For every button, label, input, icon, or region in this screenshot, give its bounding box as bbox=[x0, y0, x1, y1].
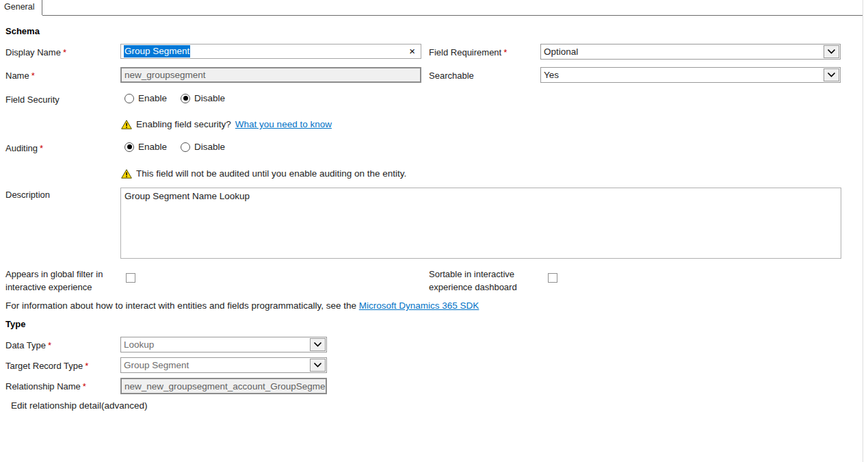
required-marker: * bbox=[503, 47, 507, 57]
searchable-label: Searchable bbox=[429, 70, 474, 81]
required-marker: * bbox=[85, 361, 88, 371]
target-record-type-label-text: Target Record Type bbox=[5, 361, 83, 371]
field-requirement-dropdown[interactable]: Optional bbox=[540, 44, 841, 60]
page-right-border bbox=[863, 0, 863, 462]
name-label: Name* bbox=[5, 70, 35, 81]
field-requirement-dropdown-button[interactable] bbox=[824, 45, 839, 58]
target-record-type-dropdown-button bbox=[310, 359, 326, 372]
relationship-name-label: Relationship Name* bbox=[5, 381, 86, 392]
warning-icon bbox=[121, 120, 132, 129]
target-record-type-value: Group Segment bbox=[124, 358, 189, 372]
auditing-disable-label: Disable bbox=[194, 142, 225, 152]
display-name-label-text: Display Name bbox=[5, 47, 61, 57]
field-security-radio-group: Enable Disable bbox=[124, 93, 235, 103]
data-type-label-text: Data Type bbox=[5, 340, 46, 350]
sdk-note: For information about how to interact wi… bbox=[5, 300, 479, 311]
sdk-note-text: For information about how to interact wi… bbox=[5, 300, 359, 311]
global-filter-checkbox[interactable] bbox=[126, 273, 135, 283]
field-security-warning-text: Enabling field security? bbox=[136, 119, 231, 129]
chevron-down-icon bbox=[313, 362, 322, 368]
display-name-label: Display Name* bbox=[5, 47, 66, 57]
sortable-checkbox[interactable] bbox=[548, 273, 557, 283]
field-security-warning-link[interactable]: What you need to know bbox=[235, 119, 332, 129]
edit-relationship-link[interactable]: Edit relationship detail(advanced) bbox=[11, 400, 148, 411]
field-security-warning: Enabling field security? What you need t… bbox=[121, 119, 332, 129]
field-properties-page: General Schema Display Name* Group Segme… bbox=[0, 0, 868, 462]
auditing-enable-radio[interactable] bbox=[124, 142, 134, 152]
field-security-enable-radio[interactable] bbox=[124, 94, 134, 103]
field-security-disable-label: Disable bbox=[194, 93, 225, 103]
name-label-text: Name bbox=[5, 70, 29, 81]
chevron-down-icon bbox=[827, 49, 836, 55]
display-name-input[interactable]: Group Segment × bbox=[120, 44, 421, 59]
data-type-dropdown-button bbox=[310, 338, 326, 351]
sortable-label: Sortable in interactive experience dashb… bbox=[429, 268, 528, 294]
relationship-name-label-text: Relationship Name bbox=[5, 381, 81, 392]
description-label: Description bbox=[5, 190, 50, 200]
searchable-value: Yes bbox=[544, 68, 559, 82]
auditing-warning-text: This field will not be audited until you… bbox=[136, 168, 406, 179]
required-marker: * bbox=[31, 70, 35, 81]
searchable-dropdown[interactable]: Yes bbox=[540, 67, 841, 83]
required-marker: * bbox=[48, 340, 51, 350]
field-security-disable-radio[interactable] bbox=[181, 94, 190, 103]
auditing-warning: This field will not be audited until you… bbox=[121, 168, 406, 179]
auditing-label: Auditing* bbox=[5, 143, 43, 153]
required-marker: * bbox=[40, 143, 43, 153]
field-security-enable-label: Enable bbox=[138, 93, 167, 103]
chevron-down-icon bbox=[313, 342, 322, 348]
auditing-disable-radio[interactable] bbox=[181, 142, 190, 152]
field-requirement-value: Optional bbox=[544, 44, 578, 59]
type-section-heading: Type bbox=[5, 319, 25, 329]
tab-general[interactable]: General bbox=[0, 0, 42, 15]
clear-icon[interactable]: × bbox=[409, 44, 415, 58]
name-input bbox=[120, 67, 421, 83]
target-record-type-label: Target Record Type* bbox=[5, 361, 88, 371]
data-type-label: Data Type* bbox=[5, 340, 51, 350]
auditing-radio-group: Enable Disable bbox=[124, 142, 235, 152]
description-label-text: Description bbox=[5, 190, 50, 200]
auditing-enable-label: Enable bbox=[138, 142, 167, 152]
data-type-value: Lookup bbox=[124, 337, 154, 352]
searchable-label-text: Searchable bbox=[429, 70, 474, 81]
field-security-label: Field Security bbox=[5, 94, 60, 105]
description-textarea[interactable]: Group Segment Name Lookup bbox=[120, 188, 841, 259]
warning-icon bbox=[121, 169, 132, 179]
field-requirement-label: Field Requirement* bbox=[429, 47, 507, 57]
required-marker: * bbox=[63, 47, 66, 57]
display-name-selected-text: Group Segment bbox=[124, 45, 190, 57]
global-filter-label: Appears in global filter in interactive … bbox=[5, 268, 118, 294]
auditing-label-text: Auditing bbox=[5, 143, 38, 153]
field-requirement-label-text: Field Requirement bbox=[429, 47, 501, 57]
target-record-type-dropdown: Group Segment bbox=[120, 357, 327, 373]
schema-section-heading: Schema bbox=[5, 26, 40, 36]
required-marker: * bbox=[83, 381, 86, 392]
field-security-label-text: Field Security bbox=[5, 94, 60, 105]
sdk-link[interactable]: Microsoft Dynamics 365 SDK bbox=[359, 300, 479, 311]
relationship-name-input bbox=[120, 378, 327, 394]
chevron-down-icon bbox=[827, 72, 836, 78]
tab-divider bbox=[42, 15, 863, 16]
data-type-dropdown: Lookup bbox=[120, 337, 327, 352]
searchable-dropdown-button[interactable] bbox=[824, 68, 839, 81]
